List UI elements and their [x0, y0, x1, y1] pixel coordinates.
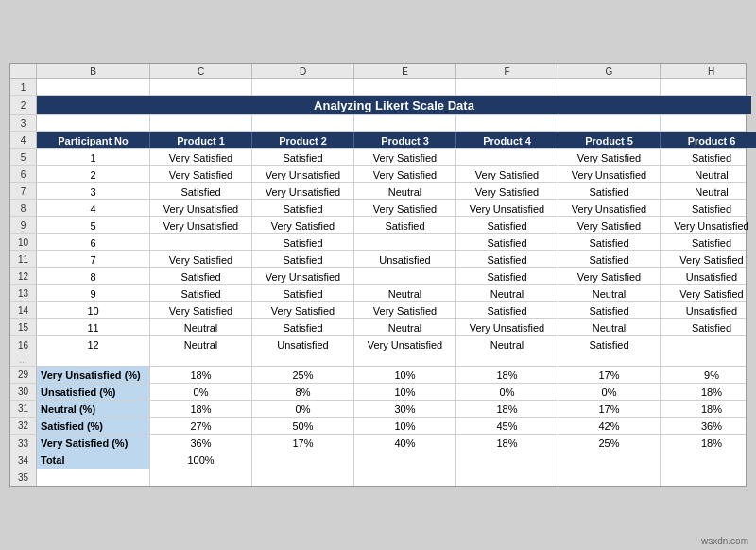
summary-val-g33: 25%: [558, 435, 661, 452]
cell-h6: Neutral: [661, 166, 756, 182]
cell-b11: 7: [37, 251, 150, 267]
cell-c11: Very Satisfied: [150, 251, 252, 267]
row-spacer: ...: [10, 353, 746, 367]
cell-f3: [456, 115, 558, 131]
row-3: 3: [10, 115, 746, 132]
summary-val-d32: 50%: [252, 418, 354, 434]
cell-d11: Satisfied: [252, 251, 354, 267]
data-rows: 5 1 Very Satisfied Satisfied Very Satisf…: [10, 149, 746, 353]
summary-val-g29: 17%: [558, 367, 661, 383]
row-num-29: 29: [10, 367, 37, 383]
cell-f6: Very Satisfied: [456, 166, 558, 182]
summary-val-c30: 0%: [150, 384, 252, 400]
cell-g14: Satisfied: [558, 302, 661, 318]
summary-rows: 29 Very Unsatisfied (%) 18% 25% 10% 18% …: [10, 367, 746, 452]
cell-e11: Unsatisfied: [354, 251, 456, 267]
row-num-8: 8: [10, 200, 37, 216]
cell-e12: [354, 268, 456, 284]
cell-f9: Satisfied: [456, 217, 558, 233]
summary-val-e29: 10%: [354, 367, 456, 383]
row-num-7: 7: [10, 183, 37, 199]
summary-label-31: Neutral (%): [37, 401, 150, 417]
cell-c1: [150, 79, 252, 95]
row-num-9: 9: [10, 217, 37, 233]
corner-cell: [10, 64, 37, 78]
row-12: 12 8 Satisfied Very Unsatisfied Satisfie…: [10, 268, 746, 285]
spreadsheet: B C D E F G H 1 2 Analyzing Likert Scale…: [9, 63, 747, 487]
cell-d8: Satisfied: [252, 200, 354, 216]
total-val-h: [661, 452, 756, 469]
cell-f10: Satisfied: [456, 234, 558, 250]
col-header-h: H: [661, 64, 756, 78]
cell-f8: Very Unsatisfied: [456, 200, 558, 216]
cell-b8: 4: [37, 200, 150, 216]
col-header-d: D: [252, 64, 354, 78]
summary-val-d31: 0%: [252, 401, 354, 417]
cell-g1: [558, 79, 661, 95]
row-4: 4 Participant No Product 1 Product 2 Pro…: [10, 132, 746, 149]
cell-h9: Very Unsatisfied: [661, 217, 756, 233]
cell-h3: [661, 115, 756, 131]
cell-b1: [37, 79, 150, 95]
row-31: 31 Neutral (%) 18% 0% 30% 18% 17% 18%: [10, 401, 746, 418]
cell-g16: Satisfied: [558, 336, 661, 353]
cell-c8: Very Unsatisfied: [150, 200, 252, 216]
summary-val-g31: 17%: [558, 401, 661, 417]
summary-val-h30: 18%: [661, 384, 756, 400]
cell-g15: Neutral: [558, 319, 661, 335]
cell-e9: Satisfied: [354, 217, 456, 233]
summary-val-h33: 18%: [661, 435, 756, 452]
row-num-31: 31: [10, 401, 37, 417]
cell-b7: 3: [37, 183, 150, 199]
cell-d13: Satisfied: [252, 285, 354, 301]
cell-g13: Neutral: [558, 285, 661, 301]
header-participant: Participant No: [37, 132, 150, 148]
col-header-c: C: [150, 64, 252, 78]
cell-h13: Very Satisfied: [661, 285, 756, 301]
cell-f13: Neutral: [456, 285, 558, 301]
cell-b5: 1: [37, 149, 150, 165]
cell-b3: [37, 115, 150, 131]
row-2: 2 Analyzing Likert Scale Data: [10, 96, 746, 115]
total-val-d: [252, 452, 354, 469]
row-num-35: 35: [10, 469, 37, 486]
row-num-5: 5: [10, 149, 37, 165]
summary-label-29: Very Unsatisfied (%): [37, 367, 150, 383]
summary-val-c31: 18%: [150, 401, 252, 417]
col-header-f: F: [456, 64, 558, 78]
summary-val-f30: 0%: [456, 384, 558, 400]
summary-val-d33: 17%: [252, 435, 354, 452]
summary-val-h31: 18%: [661, 401, 756, 417]
cell-d16: Unsatisfied: [252, 336, 354, 353]
cell-d5: Satisfied: [252, 149, 354, 165]
total-val-e: [354, 452, 456, 469]
cell-g5: Very Satisfied: [558, 149, 661, 165]
total-val-c: 100%: [150, 452, 252, 469]
summary-val-f31: 18%: [456, 401, 558, 417]
cell-g11: Satisfied: [558, 251, 661, 267]
cell-d14: Very Satisfied: [252, 302, 354, 318]
col-header-g: G: [558, 64, 661, 78]
cell-e7: Neutral: [354, 183, 456, 199]
cell-e10: [354, 234, 456, 250]
cell-d1: [252, 79, 354, 95]
total-val-f: [456, 452, 558, 469]
row-num-32: 32: [10, 418, 37, 434]
row-num-4: 4: [10, 132, 37, 148]
cell-g3: [558, 115, 661, 131]
row-15: 15 11 Neutral Satisfied Neutral Very Uns…: [10, 319, 746, 336]
row-10: 10 6 Satisfied Satisfied Satisfied Satis…: [10, 234, 746, 251]
cell-c16: Neutral: [150, 336, 252, 353]
summary-val-c32: 27%: [150, 418, 252, 434]
cell-f11: Satisfied: [456, 251, 558, 267]
summary-val-f29: 18%: [456, 367, 558, 383]
summary-label-30: Unsatisfied (%): [37, 384, 150, 400]
cell-f16: Neutral: [456, 336, 558, 353]
cell-e1: [354, 79, 456, 95]
row-33: 33 Very Satisfied (%) 36% 17% 40% 18% 25…: [10, 435, 746, 452]
cell-g10: Satisfied: [558, 234, 661, 250]
summary-val-f33: 18%: [456, 435, 558, 452]
cell-g8: Very Unsatisfied: [558, 200, 661, 216]
total-label: Total: [37, 452, 150, 469]
header-product1: Product 1: [150, 132, 252, 148]
